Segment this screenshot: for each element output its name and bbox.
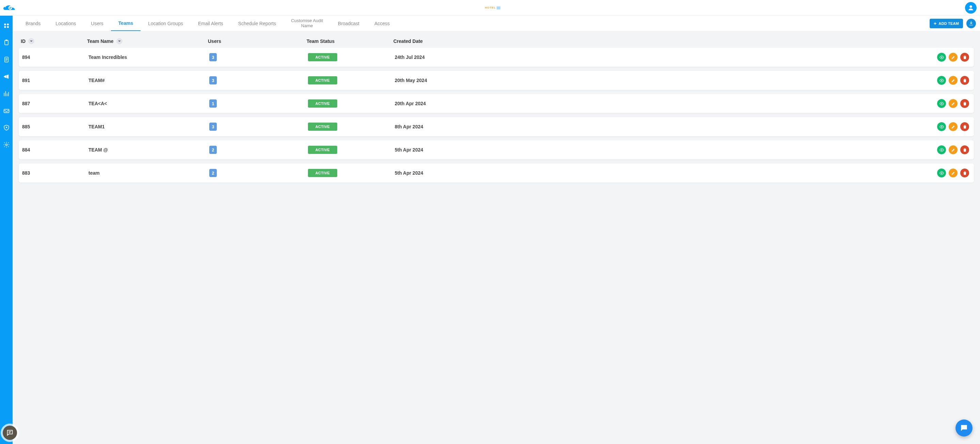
cell-status: ACTIVE [308, 53, 395, 61]
status-badge: ACTIVE [308, 146, 337, 154]
tab-broadcast[interactable]: Broadcast [331, 16, 367, 31]
user-count-badge: 3 [209, 53, 217, 61]
svg-point-20 [941, 172, 942, 174]
svg-point-1 [969, 5, 972, 8]
col-status-label: Team Status [307, 38, 334, 44]
edit-button[interactable] [949, 169, 958, 177]
plus-icon: + [934, 21, 937, 26]
table-row: 894 Team Incredibles 3 ACTIVE 24th Jul 2… [19, 48, 974, 67]
left-rail [0, 16, 13, 444]
edit-button[interactable] [949, 99, 958, 108]
tab-access[interactable]: Access [367, 16, 397, 31]
status-badge: ACTIVE [308, 99, 337, 108]
sort-id-icon[interactable] [28, 38, 34, 44]
cell-created-date: 20th Apr 2024 [395, 101, 906, 106]
cell-team-name: TEAM# [89, 78, 209, 83]
tab-customise-audit-name[interactable]: Customise Audit Name [283, 16, 331, 31]
tab-brands[interactable]: Brands [18, 16, 48, 31]
rail-dashboard-icon[interactable] [3, 22, 10, 29]
svg-point-4 [4, 26, 6, 28]
download-button[interactable] [966, 19, 976, 28]
cell-users: 3 [209, 123, 308, 131]
svg-point-16 [941, 80, 942, 81]
col-id-label: ID [21, 38, 25, 44]
cell-created-date: 20th May 2024 [395, 78, 906, 83]
svg-point-18 [941, 126, 942, 127]
svg-point-13 [6, 127, 7, 128]
add-team-button[interactable]: + ADD TEAM [930, 19, 963, 28]
tab-email-alerts[interactable]: Email Alerts [191, 16, 231, 31]
delete-button[interactable] [960, 99, 969, 108]
cell-id: 894 [22, 54, 89, 60]
svg-point-19 [941, 149, 942, 150]
brand-center: HOTEL [21, 6, 965, 10]
profile-avatar[interactable] [965, 2, 977, 14]
tabs: Brands Locations Users Teams Location Gr… [18, 16, 397, 31]
user-count-badge: 3 [209, 123, 217, 131]
cell-created-date: 8th Apr 2024 [395, 124, 906, 129]
download-icon [969, 21, 974, 26]
tab-customise-audit-label-1: Customise Audit [291, 18, 323, 24]
cell-id: 887 [22, 101, 89, 106]
rail-settings-icon[interactable] [3, 141, 10, 149]
tab-location-groups[interactable]: Location Groups [140, 16, 191, 31]
cell-users: 2 [209, 146, 308, 154]
row-actions [906, 122, 970, 131]
rail-analytics-icon[interactable] [3, 90, 10, 97]
delete-button[interactable] [960, 122, 969, 131]
edit-button[interactable] [949, 76, 958, 85]
rail-document-icon[interactable] [3, 56, 10, 63]
view-button[interactable] [937, 122, 946, 131]
sort-team-icon[interactable] [116, 38, 123, 44]
app-logo[interactable] [0, 0, 21, 16]
speech-lines-icon [6, 429, 14, 436]
delete-button[interactable] [960, 53, 969, 62]
view-button[interactable] [937, 76, 946, 85]
svg-rect-7 [5, 40, 7, 41]
cell-team-name: Team Incredibles [89, 54, 209, 60]
cell-created-date: 5th Apr 2024 [395, 147, 906, 153]
edit-button[interactable] [949, 145, 958, 154]
status-badge: ACTIVE [308, 169, 337, 177]
row-actions [906, 169, 970, 177]
col-id[interactable]: ID [21, 38, 87, 44]
col-created: Created Date [393, 38, 907, 44]
col-team-name[interactable]: Team Name [87, 38, 208, 44]
rail-clipboard-icon[interactable] [3, 39, 10, 46]
tab-teams[interactable]: Teams [111, 16, 140, 31]
cell-users: 2 [209, 169, 308, 177]
edit-button[interactable] [949, 122, 958, 131]
view-button[interactable] [937, 145, 946, 154]
svg-point-14 [5, 144, 7, 146]
view-button[interactable] [937, 53, 946, 62]
svg-point-17 [941, 103, 942, 104]
table-header: ID Team Name Users Team Status Created D… [19, 35, 974, 48]
tab-users[interactable]: Users [83, 16, 111, 31]
col-created-label: Created Date [393, 38, 423, 44]
rail-megaphone-icon[interactable] [3, 73, 10, 80]
delete-button[interactable] [960, 169, 969, 177]
status-badge: ACTIVE [308, 53, 337, 61]
tabbar-actions: + ADD TEAM Records: Download [930, 19, 980, 28]
rail-shield-icon[interactable] [3, 124, 10, 131]
svg-point-3 [7, 24, 8, 25]
add-team-label: ADD TEAM [939, 21, 959, 26]
cell-status: ACTIVE [308, 99, 395, 108]
col-status: Team Status [307, 38, 393, 44]
chat-icon [959, 423, 969, 433]
records-count: Records: [942, 30, 956, 32]
help-chat-bubble[interactable] [3, 426, 17, 440]
view-button[interactable] [937, 169, 946, 177]
delete-button[interactable] [960, 76, 969, 85]
tab-schedule-reports[interactable]: Schedule Reports [231, 16, 283, 31]
tab-locations[interactable]: Locations [48, 16, 83, 31]
delete-button[interactable] [960, 145, 969, 154]
rail-inbox-icon[interactable] [3, 107, 10, 114]
row-actions [906, 53, 970, 62]
chat-fab[interactable] [956, 420, 972, 436]
user-count-badge: 1 [209, 99, 217, 108]
view-button[interactable] [937, 99, 946, 108]
brand-hotel-text: HOTEL [485, 6, 496, 9]
edit-button[interactable] [949, 53, 958, 62]
cell-created-date: 24th Jul 2024 [395, 54, 906, 60]
